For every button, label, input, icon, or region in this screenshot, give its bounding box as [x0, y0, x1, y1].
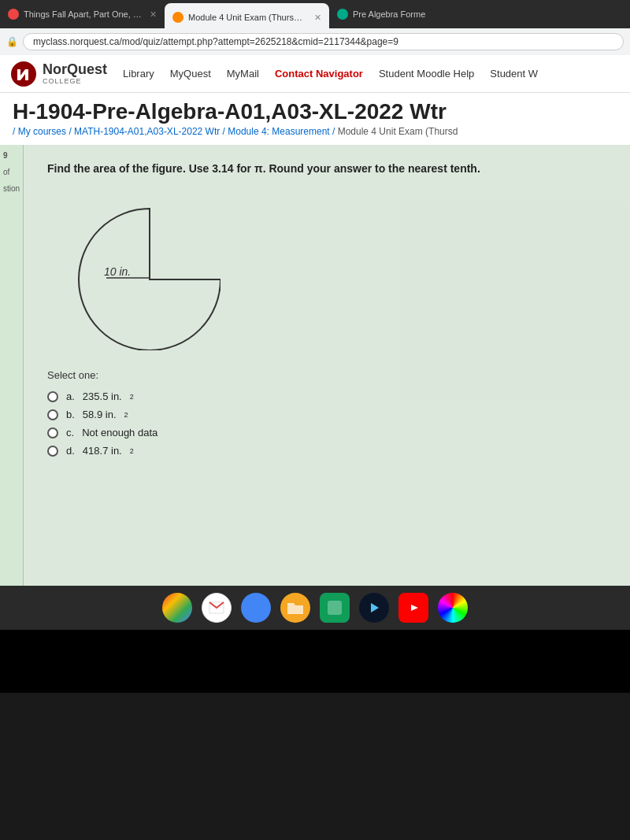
sidebar-of: of	[3, 168, 20, 176]
radio-a[interactable]	[47, 391, 58, 402]
tab-favicon-2	[172, 12, 183, 23]
tab-favicon-1	[8, 9, 19, 20]
svg-rect-5	[328, 601, 342, 615]
question-sidebar: 9 of stion	[0, 145, 24, 586]
breadcrumb-my-courses[interactable]: My courses	[18, 126, 66, 137]
nav-bar: NorQuest COLLEGE Library MyQuest MyMail …	[0, 55, 630, 93]
option-d-sup: 2	[130, 447, 134, 455]
breadcrumb-home[interactable]: /	[13, 126, 18, 137]
address-bar-row: 🔒 myclass.norquest.ca/mod/quiz/attempt.p…	[0, 28, 630, 55]
quiz-area: Find the area of the figure. Use 3.14 fo…	[24, 145, 630, 586]
nav-links: Library MyQuest MyMail Contact Navigator…	[123, 68, 538, 80]
option-c[interactable]: c. Not enough data	[47, 427, 606, 439]
tab-label-3: Pre Algebra Forme	[353, 9, 425, 19]
figure-area: 10 in.	[63, 193, 606, 353]
taskbar-bluebox-icon[interactable]	[241, 593, 271, 623]
tab-label-2: Module 4 Unit Exam (Thursday	[188, 13, 306, 22]
option-b[interactable]: b. 58.9 in.2	[47, 409, 606, 420]
tab-label-1: Things Fall Apart, Part One, Ch	[24, 9, 142, 19]
page-title-bar: H-1904-Pre-Algebra-A01,A03-XL-2022 Wtr /…	[0, 93, 630, 145]
taskbar-play-icon[interactable]	[359, 593, 389, 623]
taskbar-colorful-icon[interactable]	[438, 593, 468, 623]
taskbar-folder-icon[interactable]	[280, 593, 310, 623]
option-d-letter: d.	[66, 445, 75, 457]
browser-chrome: Things Fall Apart, Part One, Ch ✕ Module…	[0, 0, 630, 55]
question-text: Find the area of the figure. Use 3.14 fo…	[47, 161, 606, 177]
radio-b[interactable]	[47, 409, 58, 420]
norquest-logo-icon	[9, 60, 38, 88]
address-bar[interactable]: myclass.norquest.ca/mod/quiz/attempt.php…	[23, 33, 624, 50]
tab-3[interactable]: Pre Algebra Forme	[329, 0, 433, 28]
figure-svg: 10 in.	[63, 193, 220, 350]
sidebar-number: 9	[3, 151, 20, 160]
tab-1[interactable]: Things Fall Apart, Part One, Ch ✕	[0, 0, 165, 28]
tab-bar: Things Fall Apart, Part One, Ch ✕ Module…	[0, 0, 630, 28]
breadcrumb-module4[interactable]: Module 4: Measurement	[228, 126, 329, 137]
nav-library[interactable]: Library	[123, 68, 154, 80]
main-content: 9 of stion Find the area of the figure. …	[0, 145, 630, 586]
option-b-value: 58.9 in.	[83, 409, 117, 420]
logo-college: COLLEGE	[43, 77, 107, 85]
taskbar-greensq-icon[interactable]	[320, 593, 350, 623]
option-a[interactable]: a. 235.5 in.2	[47, 390, 606, 402]
option-a-value: 235.5 in.	[83, 390, 122, 402]
black-bar	[0, 630, 630, 693]
option-c-value: Not enough data	[82, 427, 158, 439]
norquest-logo: NorQuest COLLEGE	[9, 60, 107, 88]
option-b-letter: b.	[66, 409, 75, 420]
taskbar-youtube-icon[interactable]	[398, 593, 428, 623]
lock-icon: 🔒	[6, 36, 18, 47]
breadcrumb-exam: Module 4 Unit Exam (Thursd	[338, 126, 458, 137]
nav-student-moodle-help[interactable]: Student Moodle Help	[379, 68, 474, 80]
taskbar	[0, 586, 630, 630]
nav-mymail[interactable]: MyMail	[227, 68, 259, 80]
nav-contact-navigator[interactable]: Contact Navigator	[275, 68, 363, 80]
radio-d[interactable]	[47, 446, 58, 457]
breadcrumb-sep3: /	[332, 126, 338, 137]
tab-favicon-3	[337, 9, 348, 20]
taskbar-chrome-icon[interactable]	[162, 593, 192, 623]
nav-student-w[interactable]: Student W	[490, 68, 538, 80]
option-a-sup: 2	[130, 393, 134, 401]
nav-myquest[interactable]: MyQuest	[170, 68, 211, 80]
option-b-sup: 2	[124, 411, 128, 419]
logo-text: NorQuest	[43, 62, 107, 78]
option-c-letter: c.	[66, 427, 74, 439]
breadcrumb-math[interactable]: MATH-1904-A01,A03-XL-2022 Wtr	[74, 126, 220, 137]
tab-2[interactable]: Module 4 Unit Exam (Thursday ✕	[165, 3, 329, 28]
taskbar-gmail-icon[interactable]	[202, 593, 232, 623]
tab-close-1[interactable]: ✕	[150, 9, 157, 20]
option-a-letter: a.	[66, 390, 75, 402]
svg-marker-6	[371, 603, 379, 612]
options-list: a. 235.5 in.2 b. 58.9 in.2 c. Not enough…	[47, 390, 606, 457]
breadcrumb: / My courses / MATH-1904-A01,A03-XL-2022…	[13, 124, 617, 142]
page-title: H-1904-Pre-Algebra-A01,A03-XL-2022 Wtr	[13, 99, 617, 124]
svg-text:10 in.: 10 in.	[104, 265, 131, 278]
radio-c[interactable]	[47, 427, 58, 439]
options-label: Select one:	[47, 369, 606, 381]
option-d[interactable]: d. 418.7 in.2	[47, 445, 606, 457]
option-d-value: 418.7 in.	[83, 445, 122, 457]
tab-close-2[interactable]: ✕	[314, 13, 321, 23]
sidebar-question-label: stion	[3, 184, 20, 193]
